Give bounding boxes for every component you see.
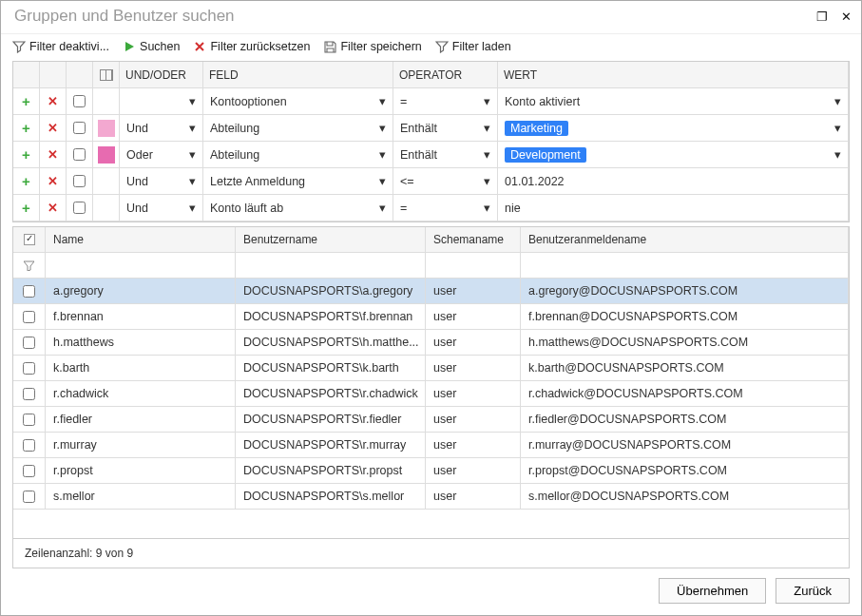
- cell-name: f.brennan: [46, 304, 236, 330]
- add-filter-button[interactable]: +: [13, 142, 40, 168]
- row-checkbox[interactable]: [13, 279, 46, 304]
- filter-username-input[interactable]: [236, 253, 426, 279]
- results-header-checkall[interactable]: ✓: [13, 227, 46, 253]
- deactivate-filter-button[interactable]: Filter deaktivi...: [12, 40, 109, 53]
- operator-combo[interactable]: Enthält▾: [393, 115, 498, 142]
- load-filter-button[interactable]: Filter laden: [435, 40, 511, 53]
- window-controls: ❐ ✕: [816, 10, 852, 24]
- filter-row: +✕Und▾Konto läuft ab▾=▾nie: [13, 195, 849, 221]
- funnel-small-icon[interactable]: [13, 253, 46, 279]
- filter-enable-checkbox[interactable]: [67, 88, 93, 115]
- logic-combo[interactable]: Und▾: [120, 168, 203, 195]
- cell-schema: user: [426, 381, 521, 407]
- filter-grid: UND/ODER FELD OPERATOR WERT +✕▾Kontoopti…: [12, 61, 850, 222]
- cell-schema: user: [426, 433, 521, 458]
- search-button[interactable]: Suchen: [123, 40, 180, 53]
- value-cell[interactable]: nie: [498, 195, 849, 221]
- table-row[interactable]: r.propstDOCUSNAPSPORTS\r.propstuserr.pro…: [13, 458, 849, 484]
- table-row[interactable]: a.gregoryDOCUSNAPSPORTS\a.gregoryusera.g…: [13, 279, 849, 304]
- chevron-down-icon: ▾: [834, 94, 841, 108]
- remove-filter-button[interactable]: ✕: [40, 195, 67, 221]
- filter-enable-checkbox[interactable]: [67, 168, 93, 195]
- chevron-down-icon: ▾: [189, 147, 196, 162]
- logic-combo[interactable]: Oder▾: [120, 142, 203, 168]
- table-row[interactable]: h.matthewsDOCUSNAPSPORTS\h.matthe...user…: [13, 330, 849, 356]
- filter-name-input[interactable]: [46, 253, 236, 279]
- row-checkbox[interactable]: [13, 381, 46, 407]
- cell-username: DOCUSNAPSPORTS\r.propst: [236, 458, 426, 484]
- funnel-icon: [12, 40, 26, 53]
- operator-combo[interactable]: =▾: [393, 195, 498, 221]
- results-header-name[interactable]: Name: [46, 227, 236, 253]
- field-combo[interactable]: Kontooptionen▾: [203, 88, 393, 115]
- save-filter-button[interactable]: Filter speichern: [323, 40, 421, 53]
- add-filter-button[interactable]: +: [13, 115, 40, 142]
- filter-header-check: [67, 62, 93, 88]
- row-checkbox[interactable]: [13, 304, 46, 330]
- remove-filter-button[interactable]: ✕: [40, 142, 67, 168]
- dialog-window: Gruppen und Benutzer suchen ❐ ✕ Filter d…: [0, 0, 862, 616]
- cell-username: DOCUSNAPSPORTS\k.barth: [236, 356, 426, 381]
- value-cell[interactable]: Marketing▾: [498, 115, 849, 142]
- table-row[interactable]: r.murrayDOCUSNAPSPORTS\r.murrayuserr.mur…: [13, 433, 849, 458]
- field-combo[interactable]: Abteilung▾: [203, 115, 393, 142]
- cell-name: a.gregory: [46, 279, 236, 304]
- cell-logon: f.brennan@DOCUSNAPSPORTS.COM: [521, 304, 849, 330]
- field-combo[interactable]: Abteilung▾: [203, 142, 393, 168]
- cell-schema: user: [426, 407, 521, 433]
- toolbar: Filter deaktivi... Suchen Filter zurücks…: [1, 34, 861, 61]
- cell-schema: user: [426, 304, 521, 330]
- row-checkbox[interactable]: [13, 458, 46, 484]
- remove-filter-button[interactable]: ✕: [40, 168, 67, 195]
- operator-combo[interactable]: =▾: [393, 88, 498, 115]
- table-row[interactable]: k.barthDOCUSNAPSPORTS\k.barthuserk.barth…: [13, 356, 849, 381]
- add-filter-button[interactable]: +: [13, 195, 40, 221]
- value-cell[interactable]: 01.01.2022: [498, 168, 849, 195]
- filter-header-indent: [93, 62, 120, 88]
- filter-row: +✕Oder▾Abteilung▾Enthält▾Development▾: [13, 142, 849, 168]
- add-filter-button[interactable]: +: [13, 88, 40, 115]
- value-cell[interactable]: Development▾: [498, 142, 849, 168]
- row-checkbox[interactable]: [13, 433, 46, 458]
- row-checkbox[interactable]: [13, 330, 46, 356]
- filter-enable-checkbox[interactable]: [67, 195, 93, 221]
- remove-filter-button[interactable]: ✕: [40, 88, 67, 115]
- results-header-logon[interactable]: Benutzeranmeldename: [521, 227, 849, 253]
- filter-logon-input[interactable]: [521, 253, 849, 279]
- chevron-down-icon: ▾: [484, 147, 490, 162]
- logic-combo[interactable]: Und▾: [120, 115, 203, 142]
- operator-combo[interactable]: <=▾: [393, 168, 498, 195]
- chevron-down-icon: ▾: [484, 121, 490, 135]
- add-filter-button[interactable]: +: [13, 168, 40, 195]
- value-cell[interactable]: Konto aktiviert▾: [498, 88, 849, 115]
- chevron-down-icon: ▾: [189, 174, 196, 188]
- results-header-username[interactable]: Benutzername: [236, 227, 426, 253]
- row-checkbox[interactable]: [13, 484, 46, 510]
- logic-combo[interactable]: ▾: [120, 88, 203, 115]
- table-row[interactable]: s.mellorDOCUSNAPSPORTS\s.mellorusers.mel…: [13, 484, 849, 510]
- field-combo[interactable]: Konto läuft ab▾: [203, 195, 393, 221]
- back-button[interactable]: Zurück: [776, 578, 850, 604]
- filter-header-field: FELD: [203, 62, 393, 88]
- filter-enable-checkbox[interactable]: [67, 115, 93, 142]
- row-checkbox[interactable]: [13, 407, 46, 433]
- row-checkbox[interactable]: [13, 356, 46, 381]
- filter-row: +✕Und▾Abteilung▾Enthält▾Marketing▾: [13, 115, 849, 142]
- field-combo[interactable]: Letzte Anmeldung▾: [203, 168, 393, 195]
- reset-filter-button[interactable]: Filter zurücksetzen: [193, 40, 310, 53]
- operator-combo[interactable]: Enthält▾: [393, 142, 498, 168]
- cell-schema: user: [426, 484, 521, 510]
- table-row[interactable]: r.chadwickDOCUSNAPSPORTS\r.chadwickuserr…: [13, 381, 849, 407]
- maximize-icon[interactable]: ❐: [816, 10, 828, 24]
- apply-button[interactable]: Übernehmen: [659, 578, 766, 604]
- table-row[interactable]: r.fiedlerDOCUSNAPSPORTS\r.fiedleruserr.f…: [13, 407, 849, 433]
- close-icon[interactable]: ✕: [841, 10, 852, 24]
- logic-combo[interactable]: Und▾: [120, 195, 203, 221]
- cell-schema: user: [426, 330, 521, 356]
- results-header-schema[interactable]: Schemaname: [426, 227, 521, 253]
- button-bar: Übernehmen Zurück: [1, 568, 861, 615]
- filter-schema-input[interactable]: [426, 253, 521, 279]
- filter-enable-checkbox[interactable]: [67, 142, 93, 168]
- remove-filter-button[interactable]: ✕: [40, 115, 67, 142]
- table-row[interactable]: f.brennanDOCUSNAPSPORTS\f.brennanuserf.b…: [13, 304, 849, 330]
